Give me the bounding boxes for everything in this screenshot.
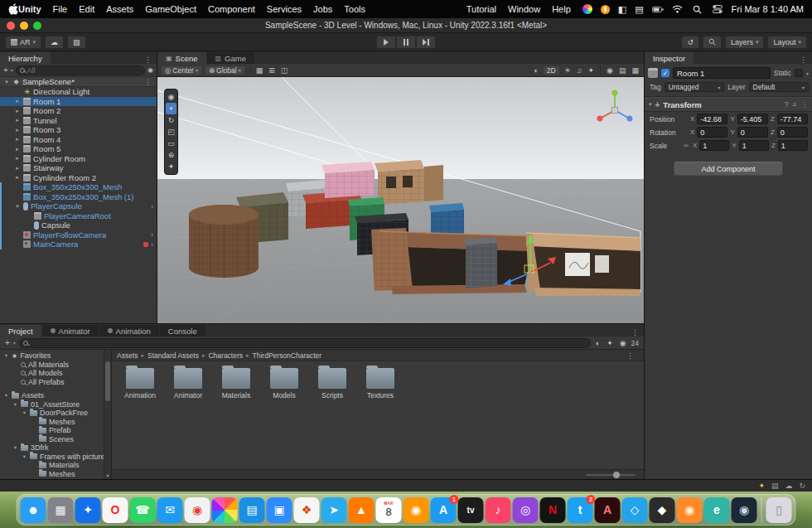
menu-assets[interactable]: Assets [106, 4, 133, 14]
project-tree-item-all-materials[interactable]: All Materials [0, 361, 111, 370]
adobe-app-icon[interactable]: A [595, 497, 621, 523]
foldout-arrow[interactable]: ▸ [14, 117, 21, 124]
component-menu-icon[interactable]: ⋮ [801, 100, 809, 109]
tab-animation[interactable]: Animation [99, 325, 159, 337]
foldout-arrow[interactable]: ▸ [14, 127, 21, 133]
hierarchy-item-room-3[interactable]: ▸Room 3 [0, 125, 157, 135]
scale-x-field[interactable]: 1 [699, 140, 729, 151]
menu-edit[interactable]: Edit [79, 4, 94, 14]
hierarchy-item-room-2[interactable]: ▸Room 2 [0, 106, 157, 116]
breadcrumb-menu-icon[interactable]: ⋮ [621, 351, 639, 360]
netflix-icon[interactable]: N [540, 497, 566, 523]
wifi-icon[interactable] [672, 3, 684, 15]
layers-dropdown[interactable]: Layers▾ [725, 36, 765, 49]
tool-handle-rotation-dropdown[interactable]: ⊕Global▾ [205, 65, 245, 75]
open-prefab-arrow[interactable]: › [151, 240, 153, 249]
create-asset-button[interactable]: + [5, 339, 10, 347]
foldout-arrow[interactable]: ▾ [12, 444, 18, 451]
rotation-z-field[interactable]: 0 [777, 127, 808, 138]
zoom-window-button[interactable] [33, 22, 41, 30]
hierarchy-item-stairway[interactable]: ▸Stairway [0, 163, 157, 173]
firefox-icon[interactable]: ◉ [677, 497, 703, 523]
scale-y-field[interactable]: 1 [739, 140, 769, 151]
vscode-icon[interactable]: ◇ [622, 497, 648, 523]
scale-tool[interactable]: ◰ [166, 126, 176, 138]
play-button[interactable] [376, 36, 396, 49]
cloud-services-button[interactable]: ☁ [45, 36, 64, 49]
undo-history-button[interactable]: ↺ [681, 36, 699, 49]
project-tree-item-prefab[interactable]: Prefab [0, 426, 111, 435]
scene-object-brown-cylinder[interactable] [189, 205, 259, 278]
pause-button[interactable] [396, 36, 416, 49]
hierarchy-item-cynlinder-room-2[interactable]: ▸Cynlinder Room 2 [0, 173, 157, 183]
music-icon[interactable]: ♪ [486, 497, 511, 523]
scene-visibility-icon[interactable]: ◉ [147, 67, 153, 74]
foldout-arrow[interactable]: ▾ [22, 453, 27, 460]
orange-app-icon[interactable]: ◉ [404, 497, 429, 523]
static-dropdown-icon[interactable]: ▾ [806, 70, 809, 76]
rotation-x-field[interactable]: 0 [697, 127, 727, 138]
steam-icon[interactable]: ◉ [732, 497, 757, 523]
menu-component[interactable]: Component [208, 4, 255, 14]
layer-dropdown[interactable]: Default▾ [749, 82, 810, 92]
foldout-arrow[interactable]: ▸ [14, 108, 21, 114]
foldout-arrow[interactable]: ▸ [14, 98, 21, 104]
foldout-arrow[interactable]: ▾ [649, 101, 652, 108]
apple-tv-icon[interactable]: tv [458, 497, 484, 523]
hierarchy-item-room-4[interactable]: ▸Room 4 [0, 135, 157, 145]
icon-size-slider[interactable] [586, 474, 636, 476]
open-prefab-arrow[interactable]: › [151, 202, 153, 211]
tab-animator[interactable]: Animator [42, 325, 99, 337]
scene-object-tan-room[interactable] [526, 233, 640, 296]
extension-icon[interactable]: ◧ [618, 4, 626, 15]
scene-object-pink-box[interactable] [321, 162, 375, 198]
add-component-button[interactable]: Add Component [674, 162, 783, 176]
menubar-clock[interactable]: Fri Mar 8 1:40 AM [732, 4, 804, 14]
project-searchbox[interactable] [19, 338, 591, 348]
rotation-y-field[interactable]: 0 [737, 127, 768, 138]
tab-inspector[interactable]: Inspector [645, 52, 694, 64]
project-tree-item-3dfrk[interactable]: ▾3Dfrk [0, 443, 111, 453]
spotlight-search-icon[interactable] [692, 3, 703, 15]
hierarchy-item-cylinder-room[interactable]: ▸Cylinder Room [0, 154, 157, 164]
foldout-arrow[interactable]: ▸ [14, 174, 21, 181]
cloud-status-icon[interactable]: ☁ [785, 482, 792, 490]
position-x-field[interactable]: -42.68 [697, 114, 727, 124]
project-tree-item-all-prefabs[interactable]: All Prefabs [0, 378, 111, 387]
hierarchy-item-box-350x250x300-mesh[interactable]: Box_350x250x300_Mesh [0, 182, 157, 192]
static-checkbox[interactable] [795, 69, 803, 77]
tab-console[interactable]: Console [160, 325, 205, 337]
tab-project[interactable]: Project [0, 325, 41, 337]
app-store-icon[interactable]: A1 [431, 497, 457, 523]
constrain-proportions-icon[interactable]: ∞ [684, 142, 690, 149]
effects-dropdown-icon[interactable]: ✦ [587, 66, 597, 75]
grid-snapping-icon[interactable]: ◫ [279, 66, 290, 75]
hierarchy-searchbox[interactable] [16, 65, 145, 75]
office-app-icon[interactable]: ❖ [294, 497, 320, 523]
rotate-tool[interactable]: ↻ [166, 114, 176, 126]
scale-z-field[interactable]: 1 [778, 140, 808, 151]
position-y-field[interactable]: -5.405 [737, 114, 768, 124]
search-by-type-icon[interactable]: ◐ [594, 339, 602, 347]
project-tree-item-meshes[interactable]: Meshes [0, 470, 111, 479]
tag-dropdown[interactable]: Untagged▾ [665, 82, 725, 92]
console-status-icon[interactable]: ▤ [771, 482, 779, 490]
rect-tool[interactable]: ▭ [166, 138, 176, 149]
menu-help[interactable]: Help [552, 4, 571, 14]
opera-icon[interactable]: O [103, 497, 128, 523]
foldout-arrow[interactable]: ▾ [14, 203, 21, 210]
layout-dropdown[interactable]: Layout▾ [767, 36, 807, 49]
foldout-arrow[interactable]: ▸ [14, 146, 21, 153]
close-window-button[interactable] [7, 22, 15, 30]
podcasts-icon[interactable]: ◎ [513, 497, 539, 523]
hierarchy-item-box-350x250x300-mesh-1[interactable]: Box_350x250x300_Mesh (1) [0, 192, 157, 202]
launchpad-icon[interactable]: ▦ [48, 497, 74, 523]
grid-visibility-icon[interactable]: ▦ [254, 66, 265, 75]
control-center-icon[interactable] [712, 3, 723, 15]
foldout-arrow[interactable]: ▾ [3, 79, 10, 85]
scene-object-gray-wall[interactable] [464, 237, 497, 288]
project-tree-item-assets[interactable]: ▾Assets [0, 391, 111, 400]
hierarchy-item-capsule[interactable]: Capsule [0, 220, 157, 230]
custom-tool[interactable]: ✦ [166, 161, 176, 172]
foldout-arrow[interactable]: ▾ [12, 401, 18, 408]
